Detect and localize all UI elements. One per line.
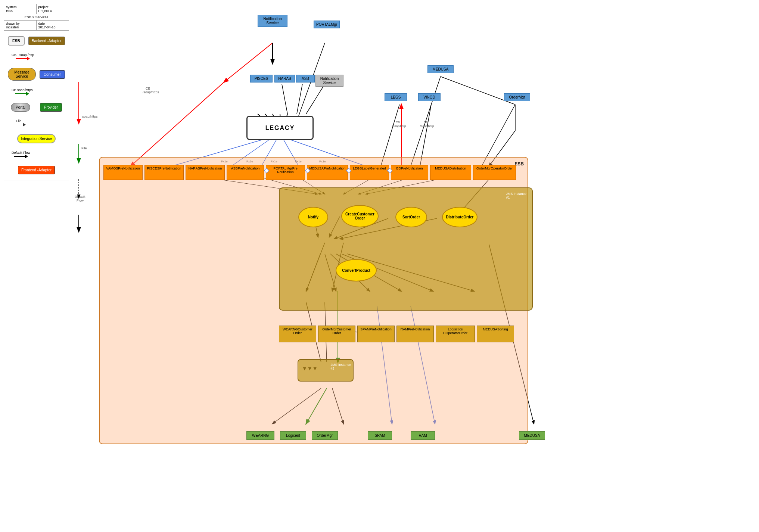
order-mgr-customer-order: OrderMgrCustomer Order [318,326,355,342]
legend-arrow-default-label: Default Flow [12,151,30,155]
svg-text:CB: CB [396,121,400,124]
esb-label: ESB [514,161,524,167]
naras-box: NARAS [274,75,295,83]
legend-drawn-by: drawn bymcastelli [4,21,37,30]
logisctics-c-operator-order: Logisctics COperatorOrder [436,326,475,342]
vinod-box: VINOD [418,93,441,101]
legend-esb-node: ESB [8,36,25,46]
legend-drawn-value: mcastelli [6,25,19,29]
legend-arrow-default: Default Flow [12,151,61,158]
wearng-box: WEARNG [246,431,274,440]
legend-system-value: ESB [6,9,13,13]
legend-title: ESB X Services [4,14,69,21]
svg-text:Flow: Flow [77,199,84,202]
pisces-box: PISCES [250,75,273,83]
legend-project-label: projectProject-X [37,4,69,14]
asb-box: ASB [296,75,315,83]
legend-portal-node: Portal [11,103,30,112]
svg-text:/soap/https: /soap/https [143,90,159,94]
legend-integration-node: Integration Service [17,134,56,143]
legs-box: LEGS [385,93,407,101]
distribute-order-oval: DistributeOrder [442,207,478,227]
legend-project-value: Project-X [38,9,52,13]
svg-line-1 [131,82,224,166]
legs-label-generated: LEGSLabelGenerated [350,165,389,180]
medusa-bottom-box: MEDUSA [519,431,545,440]
legend-frontend-node: Frontend -Adapter [18,166,55,174]
legend-message-node: Message Service [8,68,36,81]
order-mgr-operator-order: OrderMgrOperatorOrder [473,165,516,180]
jms-instance-2-container: JMS Instance#2 ▼▼▼ [298,359,354,382]
svg-text:/soap/bntp: /soap/bntp [392,124,406,128]
spam-box: SPAM [368,431,392,440]
esb-container: ESB VAMOSPreNotification PISCESPreNotifi… [99,157,528,444]
legend-arrow-cb: CB soap/https [12,88,61,96]
legend-arrow-gb-label: GB - soap /http [12,53,34,57]
medusa-sorting: MEDUSASorting [477,326,514,342]
ram-box: RAM [411,431,435,440]
legend-backend-node: Backend -Adapter [28,37,65,45]
legend-panel: systemESB projectProject-X ESB X Service… [4,4,69,180]
legend-arrow-file-label: File [16,119,22,123]
ram-pre-notification: RAMPreNotification [396,326,434,342]
svg-text:soap/https: soap/https [82,115,98,118]
svg-line-4 [282,84,287,114]
svg-text:CB: CB [146,87,150,90]
legend-provider-node: Provider [40,103,62,112]
logicent-box: Logicent [280,431,306,440]
jms-instance-1-container: JMS Instance#1 Notify CreateCustomer Ord… [279,187,533,311]
medusa-top-box: MEDUSA [427,65,454,73]
jms-instance-1-label: JMS Instance#1 [506,192,526,199]
legend-consumer-node: Consumer [40,70,65,79]
jms-instance-2-label: JMS Instance#2 [330,363,351,370]
notification-service-mid-box: Notification Service [315,75,343,87]
pisces-pre-notification: PISCESPreNotification [144,165,184,180]
order-mgr-bottom-box: OrderMgr [312,431,338,440]
legend-arrow-file: File [12,119,61,127]
sort-order-oval: SortOrder [395,207,427,227]
svg-text:File: File [81,146,87,150]
bd-pre-notification: BDPreNotification [391,165,428,180]
svg-line-5 [297,84,302,114]
vamos-pre-notification: VAMOSPreNotification [103,165,143,180]
spam-pre-notification: SPAMPreNotification [357,326,395,342]
legend-date-value: 2017-04-10 [38,25,56,29]
notification-service-top-box: Notification Service [258,15,287,27]
portal-mgr-box: PORTALMgr [314,21,340,28]
svg-line-12 [411,77,441,166]
medusa-distribution: MEDUSADistribution [430,165,471,180]
asb-pre-notification: ASBPreNotification [227,165,264,180]
svg-text:Default: Default [75,195,85,199]
naras-pre-notification: NARASPreNotification [186,165,225,180]
portal-mgr-pre-notification: PORTALMgrPre Notification [266,165,305,180]
legacy-box: LEGACY [246,116,314,140]
convert-product-oval: ConvertProduct [336,259,377,281]
svg-text:CB: CB [424,121,428,124]
notify-oval: Notify [298,207,328,227]
svg-line-6 [306,84,325,114]
order-mgr-top-box: OrderMgr [504,93,530,101]
svg-text:/soap/bntp: /soap/bntp [420,124,434,128]
legend-date: date2017-04-10 [37,21,69,30]
medusa-pre-notification: MEDUSAPreNotification [307,165,348,180]
page: systemESB projectProject-X ESB X Service… [0,0,759,532]
legend-system-label: systemESB [4,4,37,14]
wearng-customer-order: WEARNGCustomer Order [279,326,316,342]
legend-arrow-cb-label: CB soap/https [12,88,33,92]
create-customer-order-oval: CreateCustomer Order [341,205,379,227]
legend-arrow-gb: GB - soap /http [12,53,61,60]
